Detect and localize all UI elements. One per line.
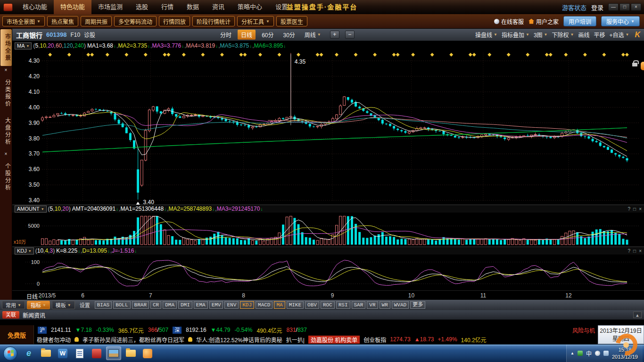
service-center-button[interactable]: 服务中心 ▼: [601, 16, 640, 26]
sidebar-item-分类报价[interactable]: 分类报价: [0, 75, 12, 112]
explorer-icon[interactable]: [123, 346, 138, 360]
folder-icon[interactable]: [38, 346, 53, 360]
sidebar-item-个股分析[interactable]: 个股分析: [0, 159, 12, 196]
maximize-panel-icon[interactable]: □: [633, 248, 636, 254]
side-panel-grip[interactable]: [641, 62, 644, 70]
user-training-button[interactable]: 用户培训: [563, 16, 596, 26]
indicator-menu-模板[interactable]: 模板▼: [52, 301, 75, 309]
sz-index-badge[interactable]: 深: [173, 327, 182, 334]
indicator-tab-RSI[interactable]: RSI: [336, 301, 350, 309]
period-tab-日线[interactable]: 日线: [238, 30, 256, 40]
network-icon[interactable]: [603, 351, 609, 356]
chart-tool-下除权[interactable]: 下除权▼: [552, 31, 574, 39]
chart-tool-操盘线[interactable]: 操盘线▼: [475, 31, 497, 39]
indicator-tab-MA[interactable]: MA: [274, 301, 285, 309]
period-tab-30分[interactable]: 30分: [280, 30, 298, 40]
indicator-tab-WVAD[interactable]: WVAD: [392, 301, 409, 309]
toolbar-button-分析工具[interactable]: 分析工具▼: [237, 16, 274, 26]
indicator-tab-EMV[interactable]: EMV: [209, 301, 223, 309]
online-service-link[interactable]: 在线客服: [494, 17, 524, 25]
kdj-selector[interactable]: KDJ ▼: [15, 247, 34, 255]
indicator-tab-KDJ[interactable]: KDJ: [240, 301, 254, 309]
toolbar-button-多空筹码流动[interactable]: 多空筹码流动: [114, 16, 157, 26]
indicator-settings-link[interactable]: 设置: [77, 301, 93, 309]
volume-icon[interactable]: [595, 351, 600, 356]
menu-item-特色功能[interactable]: 特色功能: [54, 0, 91, 14]
sidebar-item-大盘分析[interactable]: 大盘分析: [0, 113, 12, 150]
period-tab-分时[interactable]: 分时: [217, 30, 235, 40]
indicator-tab-更多[interactable]: 更多: [410, 301, 425, 309]
menu-item-数据[interactable]: 数据: [180, 0, 206, 14]
toolbar-button-阶段行情统计[interactable]: 阶段行情统计: [192, 16, 235, 26]
toolbar-button-周期共振[interactable]: 周期共振: [81, 16, 112, 26]
menu-item-核心功能[interactable]: 核心功能: [16, 0, 54, 14]
help-icon[interactable]: ?: [628, 206, 631, 212]
indicator-tab-EMA[interactable]: EMA: [194, 301, 208, 309]
amount-chart[interactable]: 5000x10万: [12, 213, 644, 247]
period-tab-周线[interactable]: 周线▼: [301, 30, 324, 40]
close-icon[interactable]: ×: [5, 151, 8, 158]
indicator-tab-VR[interactable]: VR: [367, 301, 378, 309]
candlestick-chart[interactable]: 4.304.204.104.003.903.803.703.603.503.40…: [12, 50, 644, 205]
indicator-tab-OBV[interactable]: OBV: [305, 301, 319, 309]
indicator-tab-ROC[interactable]: ROC: [321, 301, 335, 309]
indicator-tab-BIAS[interactable]: BIAS: [95, 301, 112, 309]
indicator-menu-常用[interactable]: 常用▼: [2, 301, 25, 309]
indicator-tab-MIKE[interactable]: MIKE: [287, 301, 304, 309]
news-tab[interactable]: 新闻资讯: [23, 311, 45, 319]
maximize-button[interactable]: □: [619, 3, 630, 11]
indicator-tab-SAR[interactable]: SAR: [352, 301, 366, 309]
main-chart-panel[interactable]: 4.304.204.104.003.903.803.703.603.503.40…: [12, 50, 644, 205]
help-icon[interactable]: ?: [628, 248, 631, 254]
indicator-tab-BOLL[interactable]: BOLL: [113, 301, 130, 309]
language-indicator[interactable]: 中: [586, 349, 592, 357]
minimize-button[interactable]: —: [608, 3, 619, 11]
chart-tool-平移[interactable]: 平移: [594, 31, 605, 39]
ticker-item-1[interactable]: 稳健者勿冲动: [37, 336, 71, 344]
sh-index-badge[interactable]: 沪: [38, 327, 47, 334]
media-icon[interactable]: [89, 346, 104, 360]
chart-tool-指标叠加[interactable]: 指标叠加▼: [502, 31, 529, 39]
close-icon[interactable]: ×: [5, 67, 8, 74]
user-status-link[interactable]: 游客状态: [562, 3, 586, 12]
close-panel-icon[interactable]: ×: [639, 248, 642, 254]
menu-item-资讯[interactable]: 资讯: [206, 0, 231, 14]
hidden-icons-button[interactable]: ▲: [570, 351, 574, 355]
toolbar-button-热点聚焦[interactable]: 热点聚焦: [47, 16, 78, 26]
indicator-tab-BRAR[interactable]: BRAR: [132, 301, 149, 309]
gem-index-name[interactable]: 创业板指: [363, 336, 386, 344]
indicator-tab-MACD[interactable]: MACD: [256, 301, 272, 309]
collapse-button[interactable]: ▲: [633, 312, 642, 318]
login-link[interactable]: 登录: [591, 3, 603, 12]
related-tag[interactable]: 关联: [2, 311, 19, 319]
chart-tool-画线[interactable]: 画线: [578, 31, 589, 39]
app-orange-icon[interactable]: [140, 346, 155, 360]
ticker-item-2[interactable]: 孝子新孙吴闯进前三，都粉丝再夺日冠军: [83, 336, 184, 344]
close-panel-icon[interactable]: ×: [639, 206, 642, 212]
indicator-menu-指标[interactable]: 指标▼: [27, 301, 50, 309]
amount-selector[interactable]: AMOUNT ▼: [15, 206, 47, 213]
zoom-in-button[interactable]: +: [330, 31, 339, 39]
start-button[interactable]: [3, 346, 17, 361]
toolbar-button-行情回放[interactable]: 行情回放: [159, 16, 190, 26]
toolbar-button-股票医生[interactable]: 股票医生: [276, 16, 307, 26]
menu-item-市场监测[interactable]: 市场监测: [91, 0, 129, 14]
indicator-tab-WR[interactable]: WR: [380, 301, 390, 309]
ticker-item-4-prefix[interactable]: 扒一扒|: [286, 336, 305, 344]
ticker-stock-badge[interactable]: 劲嘉股份 机构卖单: [308, 336, 360, 344]
zoom-out-button[interactable]: −: [345, 31, 355, 39]
user-home-link[interactable]: 用户之家: [528, 17, 559, 25]
menu-item-选股[interactable]: 选股: [129, 0, 155, 14]
indicator-tab-ENV[interactable]: ENV: [224, 301, 239, 309]
ticker-item-3[interactable]: 华人:创造122.52%神话背后的奥秘: [196, 336, 282, 344]
document-icon[interactable]: [72, 346, 87, 360]
tray-clock[interactable]: 15:18 2013/12/19: [612, 346, 639, 360]
period-tab-60分[interactable]: 60分: [258, 30, 277, 40]
indicator-tab-DMA[interactable]: DMA: [163, 301, 177, 309]
ie-icon[interactable]: e: [21, 346, 36, 360]
close-button[interactable]: ×: [631, 3, 641, 11]
kdj-chart[interactable]: 1000: [12, 255, 644, 290]
diagnose-link[interactable]: 诊股: [84, 31, 95, 39]
indicator-tab-DMI[interactable]: DMI: [178, 301, 192, 309]
chart-tool-3图[interactable]: 3图▼: [534, 31, 548, 39]
